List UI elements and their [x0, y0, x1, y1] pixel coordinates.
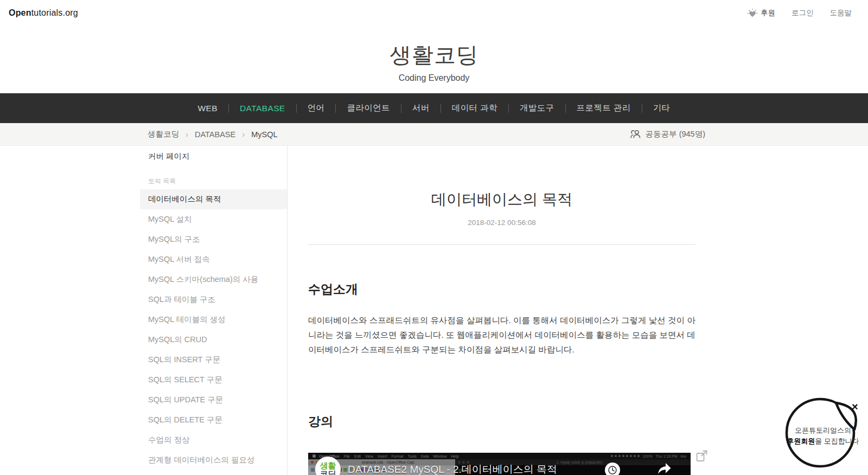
- share-icon[interactable]: [656, 461, 672, 475]
- sidebar-topic-active[interactable]: 데이터베이스의 목적: [140, 189, 287, 209]
- breadcrumb-course[interactable]: MySQL: [251, 130, 277, 139]
- avatar-text-top: 생활: [320, 461, 336, 470]
- chevron-right-icon: ›: [242, 130, 245, 139]
- logo-rest: tutorials.org: [31, 8, 78, 17]
- main-nav: WEB DATABASE 언어 클라이언트 서버 데이터 과학 개발도구 프로젝…: [0, 93, 868, 123]
- page: Opentutorials.org 후원 로그인 도움말: [0, 0, 868, 475]
- sidebar-topic[interactable]: SQL의 SELECT 구문: [140, 370, 287, 390]
- topic-list-label: 토픽 목록: [140, 173, 287, 189]
- sticker-line2: 후원회원을 모집합니다: [784, 436, 861, 447]
- breadcrumb-category[interactable]: DATABASE: [195, 130, 235, 139]
- sidebar-topic[interactable]: MySQL 테이블의 생성: [140, 310, 287, 330]
- nav-item-devtools[interactable]: 개발도구: [509, 104, 566, 113]
- nav-item-server[interactable]: 서버: [401, 104, 441, 113]
- video-title[interactable]: DATABASE2 MySQL - 2.데이터베이스의 목적: [348, 463, 557, 475]
- menubar-status-icons: [611, 455, 640, 457]
- youtube-video-embed[interactable]: OpenOffice File Edit View Insert Format …: [308, 453, 691, 475]
- lecture-heading: 강의: [308, 413, 695, 430]
- sidebar-topic[interactable]: SQL의 DELETE 구문: [140, 410, 287, 430]
- nav-item-database[interactable]: DATABASE: [229, 104, 297, 113]
- course-sidebar: 커버 페이지 토픽 목록 데이터베이스의 목적 MySQL 설치 MySQL의 …: [140, 146, 288, 475]
- nav-item-client[interactable]: 클라이언트: [336, 104, 401, 113]
- watch-later-icon[interactable]: [605, 463, 620, 475]
- sidebar-topic[interactable]: MySQL의 구조: [140, 229, 287, 249]
- sparkle-heart-icon: [747, 9, 758, 18]
- login-link[interactable]: 로그인: [792, 8, 814, 18]
- divider: [308, 244, 695, 245]
- sidebar-topic[interactable]: 수업의 정상: [140, 430, 287, 450]
- donate-link[interactable]: 후원: [747, 8, 775, 18]
- video-title-row: 생활 코딩 DATABASE2 MySQL - 2.데이터베이스의 목적: [315, 457, 557, 475]
- sidebar-topic[interactable]: SQL과 테이블 구조: [140, 290, 287, 310]
- menubar-user: live: [680, 454, 686, 458]
- lecture-video-row: OpenOffice File Edit View Insert Format …: [308, 453, 691, 475]
- close-traffic-light: [311, 461, 314, 464]
- sidebar-topic[interactable]: MySQL 서버 접속: [140, 249, 287, 269]
- menubar-battery: 100%: [643, 454, 653, 458]
- sidebar-cover-page[interactable]: 커버 페이지: [140, 146, 287, 166]
- article: 데이터베이스의 목적 2018-02-12 00:56:08 수업소개 데이터베…: [288, 146, 728, 475]
- breadcrumb-home[interactable]: 생활코딩: [148, 129, 179, 139]
- chevron-right-icon: ›: [186, 130, 188, 139]
- site-title[interactable]: 생활코딩: [0, 40, 868, 70]
- top-bar: Opentutorials.org 후원 로그인 도움말: [0, 0, 868, 26]
- sidebar-topic[interactable]: SQL의 UPDATE 구문: [140, 390, 287, 410]
- top-links: 후원 로그인 도움말: [747, 8, 852, 18]
- opentutorials-logo[interactable]: Opentutorials.org: [9, 8, 78, 18]
- open-external-icon[interactable]: [696, 450, 707, 464]
- nav-item-etc[interactable]: 기타: [642, 104, 681, 113]
- sidebar-topic[interactable]: 관계형 데이터베이스의 필요성: [140, 450, 287, 470]
- menubar-status-area: 100% Thu 1:18 PM live: [611, 454, 687, 458]
- sidebar-topic[interactable]: MySQL의 CRUD: [140, 330, 287, 350]
- content-container: 커버 페이지 토픽 목록 데이터베이스의 목적 MySQL 설치 MySQL의 …: [140, 146, 728, 475]
- nav-item-language[interactable]: 언어: [297, 104, 336, 113]
- costudy-label: 공동공부 (945명): [646, 129, 705, 139]
- help-link[interactable]: 도움말: [830, 8, 852, 18]
- menubar-clock: Thu 1:18 PM: [655, 454, 677, 458]
- nav-item-web[interactable]: WEB: [187, 104, 229, 113]
- article-title: 데이터베이스의 목적: [308, 189, 695, 210]
- nav-item-data-science[interactable]: 데이터 과학: [441, 104, 509, 113]
- avatar-text-bottom: 코딩: [320, 470, 336, 475]
- breadcrumb-bar: 생활코딩 › DATABASE › MySQL 공동공부 (945명): [0, 123, 868, 146]
- sticker-text: 오픈튜토리얼스의 후원회원을 모집합니다: [784, 425, 861, 447]
- sidebar-topic[interactable]: MySQL 설치: [140, 209, 287, 229]
- article-date: 2018-02-12 00:56:08: [308, 219, 695, 227]
- close-icon[interactable]: ×: [852, 401, 858, 412]
- intro-body: 데이터베이스와 스프래드쉬트의 유사점을 살펴봅니다. 이를 통해서 데이터베이…: [308, 313, 695, 357]
- site-header: 생활코딩 Coding Everybody: [0, 26, 868, 93]
- donate-label: 후원: [761, 8, 775, 18]
- costudy-link[interactable]: 공동공부 (945명): [630, 129, 720, 139]
- sponsor-sticker[interactable]: × 오픈튜토리얼스의 후원회원을 모집합니다: [784, 391, 868, 475]
- sidebar-topic[interactable]: SQL의 INSERT 구문: [140, 350, 287, 370]
- breadcrumb: 생활코딩 › DATABASE › MySQL: [148, 129, 278, 139]
- site-subtitle: Coding Everybody: [0, 73, 868, 83]
- people-icon: [630, 130, 641, 139]
- nav-item-project-mgmt[interactable]: 프로젝트 관리: [566, 104, 642, 113]
- channel-avatar[interactable]: 생활 코딩: [315, 457, 341, 475]
- sidebar-topic[interactable]: MySQL 스키마(schema)의 사용: [140, 269, 287, 290]
- sticker-line1: 오픈튜토리얼스의: [784, 425, 861, 436]
- logo-bold: Open: [9, 8, 31, 17]
- intro-heading: 수업소개: [308, 281, 695, 298]
